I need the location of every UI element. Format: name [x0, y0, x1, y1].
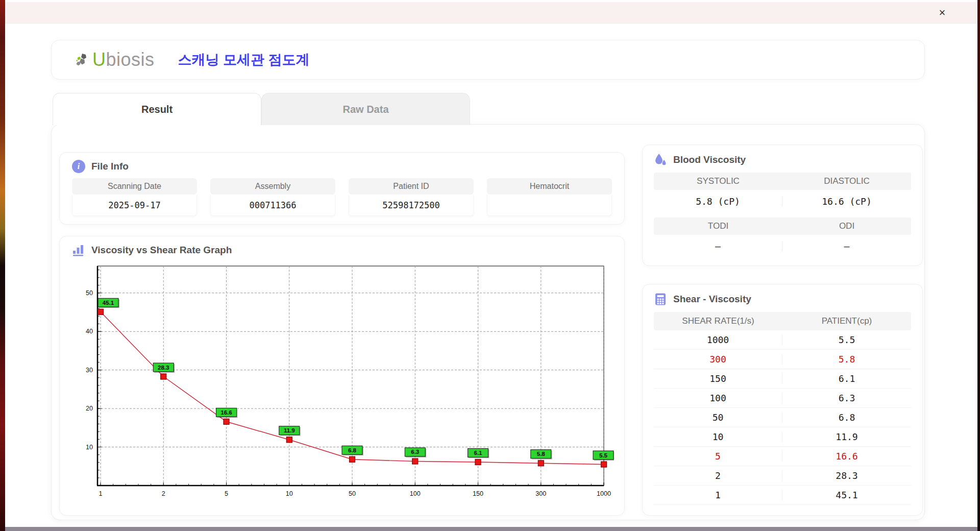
app-title: 스캐닝 모세관 점도계 — [178, 51, 310, 69]
field-scanning-date: Scanning Date 2025-09-17 — [72, 178, 197, 216]
info-icon: i — [72, 160, 85, 173]
table-row: 228.3 — [654, 466, 911, 486]
svg-text:6.3: 6.3 — [411, 449, 419, 455]
systolic-value: 5.8 (cP) — [654, 196, 782, 207]
shear-viscosity-card: Shear - Viscosity SHEAR RATE(1/s) PATIEN… — [642, 284, 923, 516]
viscosity-graph-card: Viscosity vs Shear Rate Graph 1020304050… — [59, 236, 625, 516]
viscosity-chart: 10203040501251050100150300100045.128.316… — [73, 261, 614, 505]
patient-cell: 5.8 — [782, 354, 911, 365]
patient-cell: 5.5 — [782, 334, 911, 345]
svg-text:11.9: 11.9 — [284, 427, 295, 433]
svg-text:40: 40 — [86, 328, 93, 335]
table-row: 1011.9 — [654, 427, 911, 447]
shear-viscosity-title: Shear - Viscosity — [673, 294, 751, 305]
ubiosis-logo: Ubiosis — [76, 49, 155, 70]
table-row: 3005.8 — [654, 350, 911, 369]
svg-text:5: 5 — [225, 490, 228, 497]
odi-label: ODI — [782, 221, 911, 231]
svg-text:50: 50 — [86, 289, 93, 297]
blood-viscosity-card: Blood Viscosity SYSTOLIC DIASTOLIC 5.8 (… — [642, 144, 923, 266]
patient-cell: 6.3 — [782, 393, 911, 403]
patient-cell: 6.8 — [782, 412, 911, 423]
svg-text:16.6: 16.6 — [220, 409, 232, 416]
svg-text:150: 150 — [473, 490, 483, 497]
patient-cell: 28.3 — [782, 470, 911, 481]
svg-text:30: 30 — [86, 367, 93, 374]
patient-cell: 45.1 — [782, 490, 911, 500]
patient-cell: 16.6 — [782, 451, 911, 462]
shear-rate-cell: 5 — [654, 451, 782, 462]
shear-rate-column-header: SHEAR RATE(1/s) — [654, 316, 782, 326]
table-row: 1006.3 — [654, 389, 911, 408]
field-label: Patient ID — [349, 178, 474, 195]
table-row: 10005.5 — [654, 330, 911, 350]
droplets-icon — [654, 153, 667, 166]
shear-table-body: 10005.53005.81506.11006.3506.81011.9516.… — [654, 330, 911, 505]
field-label: Scanning Date — [72, 178, 197, 195]
field-value: 52598172500 — [349, 195, 474, 216]
field-value: 000711366 — [210, 195, 335, 216]
graph-title: Viscosity vs Shear Rate Graph — [91, 245, 232, 256]
field-value: 2025-09-17 — [72, 195, 197, 216]
blood-viscosity-title: Blood Viscosity — [673, 154, 746, 165]
svg-text:100: 100 — [410, 490, 421, 497]
field-hematocrit: Hematocrit — [487, 178, 612, 216]
field-label: Hematocrit — [487, 178, 612, 195]
patient-cell: 11.9 — [782, 431, 911, 442]
svg-text:10: 10 — [286, 490, 293, 497]
close-icon[interactable]: × — [935, 7, 949, 19]
tab-raw-data[interactable]: Raw Data — [261, 93, 470, 125]
systolic-label: SYSTOLIC — [654, 176, 782, 186]
bar-chart-icon — [72, 244, 85, 257]
todi-label: TODI — [654, 221, 782, 231]
field-patient-id: Patient ID 52598172500 — [349, 178, 474, 216]
table-row: 506.8 — [654, 408, 911, 427]
shear-rate-cell: 150 — [654, 373, 782, 384]
table-row: 145.1 — [654, 486, 911, 505]
shear-rate-cell: 1000 — [654, 334, 782, 345]
window-titlebar: × — [5, 2, 977, 23]
file-info-card: i File Info Scanning Date 2025-09-17 Ass… — [59, 152, 625, 225]
shear-rate-cell: 10 — [654, 431, 782, 442]
todi-value: – — [654, 241, 782, 252]
svg-text:20: 20 — [86, 405, 93, 412]
svg-text:1: 1 — [99, 490, 103, 497]
patient-cell: 6.1 — [782, 373, 911, 384]
desktop-wallpaper-left-edge — [0, 0, 5, 531]
diastolic-value: 16.6 (cP) — [782, 196, 911, 207]
svg-text:10: 10 — [86, 444, 93, 451]
svg-text:45.1: 45.1 — [103, 300, 114, 306]
shear-rate-cell: 300 — [654, 354, 782, 365]
svg-text:2: 2 — [162, 490, 165, 497]
field-assembly: Assembly 000711366 — [210, 178, 335, 216]
svg-text:300: 300 — [535, 490, 546, 497]
svg-text:28.3: 28.3 — [158, 365, 169, 371]
calculator-icon — [654, 293, 667, 306]
app-header-card: Ubiosis 스캐닝 모세관 점도계 — [51, 40, 925, 80]
desktop-wallpaper-right-edge — [977, 0, 980, 531]
odi-value: – — [782, 241, 911, 252]
svg-text:5.5: 5.5 — [599, 452, 608, 458]
taskbar-edge — [0, 527, 980, 531]
shear-rate-cell: 2 — [654, 470, 782, 481]
tab-result[interactable]: Result — [53, 93, 261, 125]
svg-text:6.8: 6.8 — [348, 447, 357, 453]
plot-area: 10203040501251050100150300100045.128.316… — [73, 261, 612, 507]
field-value — [487, 195, 612, 216]
shear-rate-cell: 50 — [654, 412, 782, 423]
field-label: Assembly — [210, 178, 335, 195]
svg-text:5.8: 5.8 — [537, 451, 546, 457]
shear-rate-cell: 1 — [654, 490, 782, 500]
patient-column-header: PATIENT(cp) — [782, 316, 911, 326]
diastolic-label: DIASTOLIC — [782, 176, 911, 186]
svg-text:6.1: 6.1 — [474, 450, 483, 456]
logo-wordmark: Ubiosis — [92, 49, 155, 70]
file-info-title: File Info — [91, 161, 129, 172]
table-row: 516.6 — [654, 447, 911, 466]
svg-text:50: 50 — [349, 490, 356, 497]
table-row: 1506.1 — [654, 369, 911, 389]
svg-text:1000: 1000 — [597, 490, 611, 497]
ubiosis-logo-icon — [76, 53, 89, 66]
shear-rate-cell: 100 — [654, 393, 782, 403]
